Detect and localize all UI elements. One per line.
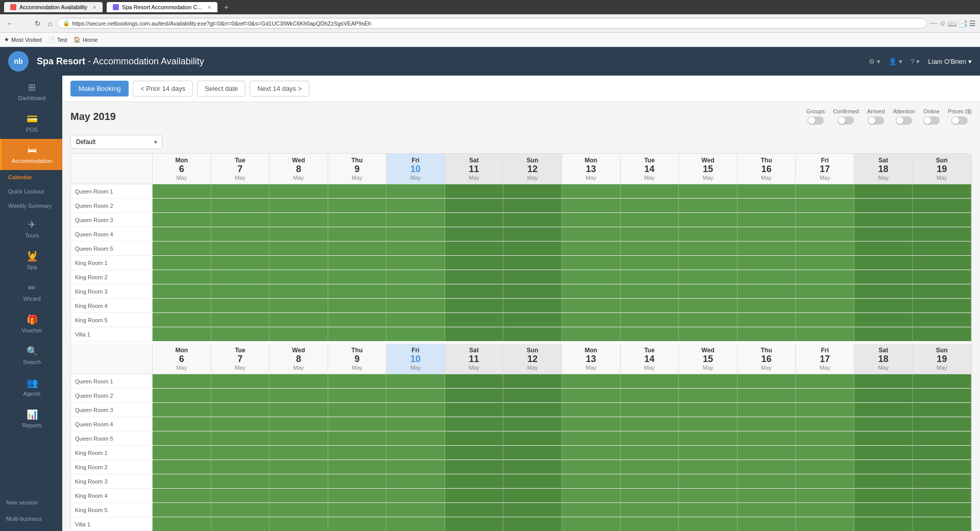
room-cell-2-12[interactable]: [854, 403, 913, 417]
room-cell-1-13[interactable]: [913, 199, 971, 213]
room-cell-1-6[interactable]: [503, 389, 562, 403]
room-cell-10-5[interactable]: [445, 327, 504, 342]
room-cell-4-1[interactable]: [211, 431, 270, 446]
room-cell-6-8[interactable]: [621, 460, 679, 474]
room-cell-6-9[interactable]: [679, 270, 738, 284]
room-cell-0-2[interactable]: [270, 184, 328, 199]
sidebar-item-wizard[interactable]: ✏ Wizard: [0, 276, 62, 308]
select-date-button[interactable]: Select date: [197, 81, 246, 96]
room-cell-6-3[interactable]: [328, 270, 387, 284]
confirmed-toggle[interactable]: [838, 116, 854, 125]
room-cell-4-13[interactable]: [913, 431, 971, 446]
room-cell-4-8[interactable]: [621, 431, 679, 446]
room-cell-5-10[interactable]: [738, 256, 796, 270]
room-cell-0-4[interactable]: [386, 184, 445, 199]
room-cell-2-11[interactable]: [796, 403, 854, 417]
room-cell-0-5[interactable]: [445, 184, 504, 199]
room-cell-10-11[interactable]: [796, 517, 854, 531]
room-cell-10-13[interactable]: [913, 327, 971, 342]
tab-spa-resort[interactable]: Spa Resort Accommodation C... ✕: [107, 2, 217, 12]
room-cell-6-1[interactable]: [211, 270, 270, 284]
room-cell-1-1[interactable]: [211, 389, 270, 403]
room-cell-2-5[interactable]: [445, 403, 504, 417]
room-cell-9-2[interactable]: [270, 313, 328, 327]
user-profile-button[interactable]: 👤 ▾: [889, 58, 902, 65]
room-cell-3-2[interactable]: [270, 227, 328, 242]
room-cell-7-2[interactable]: [270, 284, 328, 299]
room-cell-4-4[interactable]: [386, 242, 445, 256]
room-cell-0-7[interactable]: [562, 184, 621, 199]
room-cell-3-10[interactable]: [738, 417, 796, 431]
user-menu-button[interactable]: Liam O'Brien ▾: [928, 58, 972, 65]
room-cell-4-11[interactable]: [796, 431, 854, 446]
room-cell-9-9[interactable]: [679, 503, 738, 517]
room-cell-9-12[interactable]: [854, 313, 913, 327]
online-toggle[interactable]: [923, 116, 940, 125]
room-cell-1-2[interactable]: [270, 199, 328, 213]
room-cell-7-6[interactable]: [503, 284, 562, 299]
room-cell-9-7[interactable]: [562, 313, 621, 327]
room-cell-2-2[interactable]: [270, 213, 328, 227]
room-cell-8-11[interactable]: [796, 299, 854, 313]
room-cell-4-7[interactable]: [562, 431, 621, 446]
room-cell-6-1[interactable]: [211, 460, 270, 474]
room-cell-1-6[interactable]: [503, 199, 562, 213]
room-cell-9-5[interactable]: [445, 503, 504, 517]
room-cell-0-8[interactable]: [621, 184, 679, 199]
back-button[interactable]: ←: [4, 18, 15, 29]
room-cell-1-11[interactable]: [796, 199, 854, 213]
room-cell-9-5[interactable]: [445, 313, 504, 327]
room-cell-7-1[interactable]: [211, 474, 270, 489]
extensions-button[interactable]: ⋯: [930, 19, 937, 28]
room-cell-9-8[interactable]: [621, 313, 679, 327]
room-cell-7-12[interactable]: [854, 284, 913, 299]
room-cell-2-9[interactable]: [679, 213, 738, 227]
room-cell-6-4[interactable]: [386, 460, 445, 474]
room-cell-8-13[interactable]: [913, 299, 971, 313]
sidebar-item-voucher[interactable]: 🎁 Voucher: [0, 308, 62, 340]
room-cell-0-2[interactable]: [270, 374, 328, 389]
room-cell-2-10[interactable]: [738, 403, 796, 417]
room-cell-7-8[interactable]: [621, 474, 679, 489]
sidebar-multi-business[interactable]: Multi-business: [0, 511, 62, 527]
bookmark-test[interactable]: 📄 Test: [48, 36, 67, 43]
room-cell-6-7[interactable]: [562, 270, 621, 284]
room-cell-6-13[interactable]: [913, 460, 971, 474]
room-cell-3-2[interactable]: [270, 417, 328, 431]
room-cell-10-12[interactable]: [854, 517, 913, 531]
room-cell-8-8[interactable]: [621, 299, 679, 313]
room-cell-4-3[interactable]: [328, 431, 387, 446]
room-cell-3-12[interactable]: [854, 227, 913, 242]
room-cell-1-8[interactable]: [621, 389, 679, 403]
room-cell-0-9[interactable]: [679, 184, 738, 199]
room-cell-9-0[interactable]: [153, 313, 211, 327]
room-cell-3-9[interactable]: [679, 417, 738, 431]
room-cell-7-13[interactable]: [913, 284, 971, 299]
room-cell-10-11[interactable]: [796, 327, 854, 342]
bookmark-home[interactable]: 🏠 Home: [74, 36, 97, 43]
room-cell-1-13[interactable]: [913, 389, 971, 403]
room-cell-10-3[interactable]: [328, 327, 387, 342]
room-cell-2-8[interactable]: [621, 213, 679, 227]
room-cell-5-0[interactable]: [153, 446, 211, 460]
room-cell-8-2[interactable]: [270, 299, 328, 313]
room-cell-1-8[interactable]: [621, 199, 679, 213]
room-cell-10-2[interactable]: [270, 517, 328, 531]
room-cell-2-7[interactable]: [562, 403, 621, 417]
room-cell-0-7[interactable]: [562, 374, 621, 389]
room-cell-7-6[interactable]: [503, 474, 562, 489]
room-cell-0-8[interactable]: [621, 374, 679, 389]
room-cell-8-1[interactable]: [211, 299, 270, 313]
room-filter-select[interactable]: Default All Rooms Queen Rooms King Rooms: [70, 135, 162, 149]
room-cell-3-4[interactable]: [386, 227, 445, 242]
reader-view-button[interactable]: 📖: [948, 19, 957, 28]
room-cell-0-10[interactable]: [738, 374, 796, 389]
room-cell-0-11[interactable]: [796, 374, 854, 389]
sidebar-item-reports[interactable]: 📊 Reports: [0, 403, 62, 435]
room-cell-1-7[interactable]: [562, 199, 621, 213]
room-cell-4-13[interactable]: [913, 242, 971, 256]
groups-toggle[interactable]: [807, 116, 824, 125]
bookmark-most-visited[interactable]: ★ Most Visited: [4, 36, 42, 43]
room-cell-10-12[interactable]: [854, 327, 913, 342]
room-cell-10-1[interactable]: [211, 517, 270, 531]
